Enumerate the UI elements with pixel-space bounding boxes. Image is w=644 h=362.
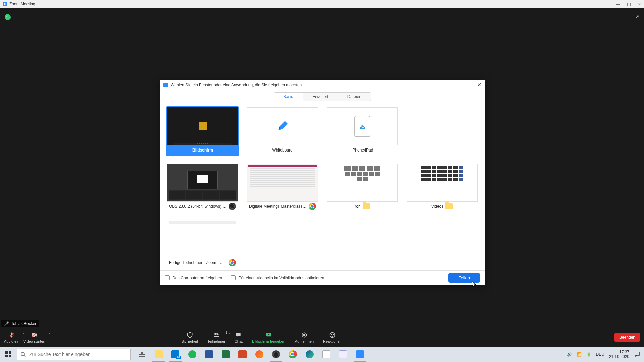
chat-icon <box>235 331 242 339</box>
taskbar-excel[interactable] <box>217 347 234 362</box>
start-button[interactable] <box>0 347 17 362</box>
share-option-folder-roh[interactable]: roh <box>326 163 399 212</box>
tray-clock[interactable]: 17:37 21.10.2020 <box>609 350 629 359</box>
share-button[interactable]: Teilen <box>448 273 480 283</box>
end-meeting-button[interactable]: Beenden <box>614 333 640 342</box>
svg-rect-16 <box>142 352 145 354</box>
task-view-button[interactable] <box>133 347 150 362</box>
chevron-up-icon[interactable]: ˄ <box>48 333 50 336</box>
svg-point-4 <box>214 333 217 335</box>
record-button[interactable]: Aufnehmen <box>295 331 314 343</box>
audio-button[interactable]: Audio ein ˄ <box>4 331 19 343</box>
taskbar-zoom[interactable] <box>352 347 368 362</box>
svg-point-13 <box>21 352 24 356</box>
share-option-obs[interactable]: OBS 23.0.2 (64-bit, windows) - Pr... <box>166 163 239 212</box>
folder-icon <box>363 203 370 209</box>
videos-thumbnail <box>407 164 478 202</box>
tray-wifi-icon[interactable]: 📶 <box>577 352 582 357</box>
window-titlebar: Zoom Meeting — ▢ ✕ <box>0 0 644 8</box>
taskbar-word[interactable] <box>201 347 217 362</box>
taskbar-search[interactable]: Zur Suche Text hier eingeben <box>17 349 131 360</box>
smiley-icon <box>329 331 336 339</box>
svg-point-8 <box>303 334 305 336</box>
taskbar-powerpoint[interactable] <box>234 347 251 362</box>
taskbar-notepad[interactable] <box>318 347 335 362</box>
fullscreen-icon[interactable]: ⤢ <box>635 14 639 19</box>
zoom-meeting-area: ⤢ 🎤 Tobias Becker Audio ein ˄ Video star… <box>0 8 644 347</box>
tray-chevron-icon[interactable]: ˄ <box>560 352 562 357</box>
iphone-thumbnail <box>327 107 398 145</box>
taskbar-app-orange[interactable] <box>251 347 268 362</box>
video-button[interactable]: Video starten ˄ <box>23 331 45 343</box>
dialog-titlebar: Wählen Sie ein Fenster oder eine Anwendu… <box>160 80 485 90</box>
share-screen-icon <box>265 331 272 339</box>
participant-name: Tobias Becker <box>11 321 36 326</box>
close-icon[interactable]: ✕ <box>477 82 481 88</box>
chrome-app-icon <box>229 259 236 266</box>
svg-rect-15 <box>139 352 142 354</box>
share-screen-dialog: Wählen Sie ein Fenster oder eine Anwendu… <box>160 80 485 285</box>
security-button[interactable]: Sicherheit <box>181 331 198 343</box>
search-icon <box>20 352 26 357</box>
share-option-iphone-ipad[interactable]: iPhone/iPad <box>326 106 399 156</box>
tab-files[interactable]: Dateien <box>338 93 371 101</box>
svg-rect-1 <box>11 333 12 336</box>
dialog-tabs: Basic Erweitert Dateien <box>160 90 485 103</box>
tray-battery-icon[interactable]: 🔋 <box>586 352 591 357</box>
share-option-chrome-meetings[interactable]: Digitale Meetings Masterclass: Be... <box>246 163 319 212</box>
dialog-footer: Den Computerton freigeben Für einen Vide… <box>160 270 485 285</box>
chrome-app-icon <box>309 203 316 210</box>
webpage-thumbnail <box>247 164 318 202</box>
share-option-folder-videos[interactable]: Videos <box>406 163 479 212</box>
tab-basic[interactable]: Basic <box>274 93 303 101</box>
explorer-thumbnail <box>327 164 398 202</box>
taskbar-edge[interactable] <box>301 347 318 362</box>
taskbar-obs[interactable] <box>268 347 284 362</box>
close-button[interactable]: ✕ <box>638 2 641 7</box>
share-options-grid: Bildschirm Whiteboard iPhone/iPad <box>160 103 485 270</box>
tab-advanced[interactable]: Erweitert <box>303 93 338 101</box>
taskbar-spotify[interactable] <box>184 347 201 362</box>
screen-thumbnail <box>167 107 238 145</box>
checkbox-icon <box>165 275 170 280</box>
zoom-icon <box>163 83 168 87</box>
people-icon <box>213 331 220 339</box>
dialog-title-text: Wählen Sie ein Fenster oder eine Anwendu… <box>171 83 303 87</box>
checkbox-icon <box>231 275 236 280</box>
svg-rect-3 <box>32 333 35 337</box>
svg-rect-18 <box>635 352 640 355</box>
obs-app-icon <box>229 203 236 210</box>
minimize-button[interactable]: — <box>616 2 620 7</box>
chevron-up-icon[interactable]: ˄ <box>228 333 230 336</box>
record-icon <box>301 331 308 339</box>
checkbox-optimize-video[interactable]: Für einen Videoclip im Vollbildmodus opt… <box>231 275 324 280</box>
shield-icon <box>186 331 194 339</box>
share-option-chrome-fertige[interactable]: Fertige Teilnehmer - Zoom - Goo... <box>166 219 239 268</box>
checkbox-share-audio[interactable]: Den Computerton freigeben <box>165 275 222 280</box>
taskbar-chrome[interactable] <box>284 347 301 362</box>
share-option-screen[interactable]: Bildschirm <box>166 106 239 156</box>
svg-point-5 <box>217 333 219 335</box>
window-title: Zoom Meeting <box>9 2 35 6</box>
taskbar-mail[interactable]: 69 <box>167 347 184 362</box>
blank-thumbnail <box>167 220 238 258</box>
share-option-whiteboard[interactable]: Whiteboard <box>246 106 319 156</box>
reactions-button[interactable]: Reaktionen <box>323 331 342 343</box>
participants-button[interactable]: 1 Teilnehmer ˄ <box>207 331 225 343</box>
maximize-button[interactable]: ▢ <box>627 2 631 7</box>
taskbar-explorer[interactable] <box>150 347 167 362</box>
camera-icon <box>31 331 38 339</box>
microphone-icon <box>8 331 15 339</box>
windows-logo-icon <box>5 351 11 357</box>
svg-line-14 <box>24 355 25 357</box>
chat-button[interactable]: Chat <box>235 331 243 343</box>
tray-language[interactable]: DEU <box>596 352 604 357</box>
encryption-shield-icon[interactable] <box>5 14 11 20</box>
tray-volume-icon[interactable]: 🔊 <box>567 352 572 357</box>
taskbar-app-blue[interactable] <box>335 347 352 362</box>
share-screen-button[interactable]: Bildschirm freigeben <box>252 331 285 343</box>
mic-muted-icon: 🎤 <box>4 321 9 326</box>
folder-icon <box>445 203 453 209</box>
svg-rect-17 <box>139 355 145 357</box>
notifications-icon[interactable] <box>634 351 641 358</box>
